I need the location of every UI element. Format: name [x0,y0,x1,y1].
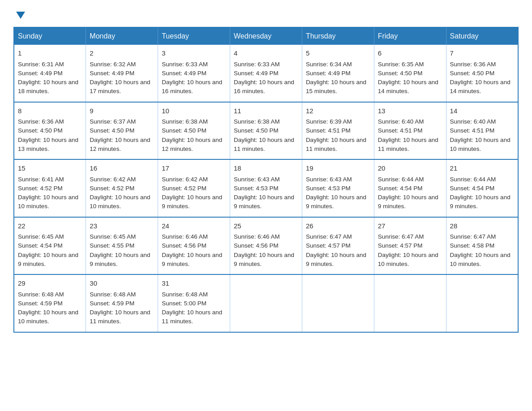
sunset-label: Sunset: 4:50 PM [450,70,495,77]
sunset-label: Sunset: 4:56 PM [234,242,279,249]
sunrise-label: Sunrise: 6:43 AM [234,176,280,183]
daylight-label: Daylight: 10 hours and 9 minutes. [234,194,294,210]
sunset-label: Sunset: 4:53 PM [234,185,279,192]
sunrise-label: Sunrise: 6:36 AM [450,61,496,68]
calendar-cell: 21Sunrise: 6:44 AMSunset: 4:54 PMDayligh… [446,159,518,217]
sunset-label: Sunset: 4:50 PM [90,127,134,134]
sunrise-label: Sunrise: 6:37 AM [90,118,136,125]
sunrise-label: Sunrise: 6:40 AM [450,118,496,125]
daylight-label: Daylight: 10 hours and 9 minutes. [234,252,294,267]
daylight-label: Daylight: 10 hours and 9 minutes. [306,194,366,210]
calendar-cell: 8Sunrise: 6:36 AMSunset: 4:50 PMDaylight… [14,102,86,160]
sunset-label: Sunset: 4:57 PM [378,242,423,249]
sunset-label: Sunset: 4:50 PM [378,70,423,77]
sunrise-label: Sunrise: 6:40 AM [378,118,424,125]
sunrise-label: Sunrise: 6:41 AM [18,176,64,183]
sunrise-label: Sunrise: 6:42 AM [162,176,208,183]
sunset-label: Sunset: 4:55 PM [90,242,134,249]
sunrise-label: Sunrise: 6:47 AM [306,233,352,240]
calendar-cell: 20Sunrise: 6:44 AMSunset: 4:54 PMDayligh… [374,159,446,217]
calendar-cell [446,274,518,332]
daylight-label: Daylight: 10 hours and 9 minutes. [450,194,511,210]
day-number: 21 [450,163,514,174]
sunrise-label: Sunrise: 6:31 AM [18,61,64,68]
daylight-label: Daylight: 10 hours and 10 minutes. [90,194,150,210]
sunrise-label: Sunrise: 6:33 AM [162,61,208,68]
day-number: 1 [18,48,82,59]
sunset-label: Sunset: 4:50 PM [162,127,206,134]
daylight-label: Daylight: 10 hours and 13 minutes. [18,137,78,152]
sunrise-label: Sunrise: 6:36 AM [18,118,64,125]
calendar-cell [374,274,446,332]
daylight-label: Daylight: 10 hours and 11 minutes. [306,137,366,152]
sunrise-label: Sunrise: 6:33 AM [234,61,280,68]
day-number: 19 [306,163,370,174]
sunset-label: Sunset: 4:57 PM [306,242,351,249]
day-number: 24 [162,221,226,231]
calendar-cell: 14Sunrise: 6:40 AMSunset: 4:51 PMDayligh… [446,102,518,160]
sunset-label: Sunset: 4:49 PM [90,70,134,77]
daylight-label: Daylight: 10 hours and 16 minutes. [162,79,222,94]
day-number: 12 [306,106,370,116]
calendar-cell: 24Sunrise: 6:46 AMSunset: 4:56 PMDayligh… [158,217,230,275]
sunset-label: Sunset: 4:49 PM [18,70,63,77]
sunrise-label: Sunrise: 6:47 AM [378,233,424,240]
sunrise-label: Sunrise: 6:44 AM [450,176,496,183]
day-number: 8 [18,106,82,116]
day-number: 9 [90,106,154,116]
daylight-label: Daylight: 10 hours and 10 minutes. [450,137,511,152]
day-number: 30 [90,278,154,289]
calendar-cell: 28Sunrise: 6:47 AMSunset: 4:58 PMDayligh… [446,217,518,275]
calendar-cell [302,274,374,332]
weekday-header: Friday [374,27,446,45]
day-number: 14 [450,106,514,116]
calendar-week-row: 15Sunrise: 6:41 AMSunset: 4:52 PMDayligh… [14,159,518,217]
calendar-cell: 3Sunrise: 6:33 AMSunset: 4:49 PMDaylight… [158,45,230,102]
day-number: 31 [162,278,226,289]
sunset-label: Sunset: 4:59 PM [18,300,63,307]
daylight-label: Daylight: 10 hours and 16 minutes. [234,79,294,94]
calendar-cell: 25Sunrise: 6:46 AMSunset: 4:56 PMDayligh… [230,217,302,275]
sunrise-label: Sunrise: 6:46 AM [162,233,208,240]
day-number: 2 [90,48,154,59]
sunset-label: Sunset: 4:50 PM [234,127,279,134]
day-number: 13 [378,106,442,116]
daylight-label: Daylight: 10 hours and 11 minutes. [162,309,222,325]
daylight-label: Daylight: 10 hours and 12 minutes. [162,137,222,152]
weekday-header: Sunday [14,27,86,45]
calendar-cell: 13Sunrise: 6:40 AMSunset: 4:51 PMDayligh… [374,102,446,160]
sunrise-label: Sunrise: 6:32 AM [90,61,136,68]
day-number: 23 [90,221,154,231]
daylight-label: Daylight: 10 hours and 9 minutes. [162,194,222,210]
calendar-cell: 26Sunrise: 6:47 AMSunset: 4:57 PMDayligh… [302,217,374,275]
sunset-label: Sunset: 4:49 PM [306,70,351,77]
day-number: 5 [306,48,370,59]
sunset-label: Sunset: 4:49 PM [234,70,279,77]
calendar-cell: 17Sunrise: 6:42 AMSunset: 4:52 PMDayligh… [158,159,230,217]
daylight-label: Daylight: 10 hours and 9 minutes. [18,252,78,267]
daylight-label: Daylight: 10 hours and 9 minutes. [162,252,222,267]
daylight-label: Daylight: 10 hours and 11 minutes. [234,137,294,152]
calendar-week-row: 8Sunrise: 6:36 AMSunset: 4:50 PMDaylight… [14,102,518,160]
sunset-label: Sunset: 4:59 PM [90,300,134,307]
calendar-cell: 23Sunrise: 6:45 AMSunset: 4:55 PMDayligh… [86,217,158,275]
sunset-label: Sunset: 4:56 PM [162,242,206,249]
sunrise-label: Sunrise: 6:35 AM [378,61,424,68]
calendar-cell: 27Sunrise: 6:47 AMSunset: 4:57 PMDayligh… [374,217,446,275]
calendar-cell: 15Sunrise: 6:41 AMSunset: 4:52 PMDayligh… [14,159,86,217]
page-header [13,9,519,19]
weekday-header: Monday [86,27,158,45]
calendar-week-row: 22Sunrise: 6:45 AMSunset: 4:54 PMDayligh… [14,217,518,275]
day-number: 6 [378,48,442,59]
calendar-cell: 22Sunrise: 6:45 AMSunset: 4:54 PMDayligh… [14,217,86,275]
daylight-label: Daylight: 10 hours and 11 minutes. [90,309,150,325]
day-number: 11 [234,106,298,116]
sunset-label: Sunset: 4:52 PM [162,185,206,192]
daylight-label: Daylight: 10 hours and 10 minutes. [18,194,78,210]
daylight-label: Daylight: 10 hours and 9 minutes. [378,194,438,210]
sunset-label: Sunset: 4:49 PM [162,70,206,77]
sunset-label: Sunset: 4:58 PM [450,242,495,249]
daylight-label: Daylight: 10 hours and 14 minutes. [450,79,511,94]
calendar-cell: 1Sunrise: 6:31 AMSunset: 4:49 PMDaylight… [14,45,86,102]
calendar-table: SundayMondayTuesdayWednesdayThursdayFrid… [13,27,519,333]
